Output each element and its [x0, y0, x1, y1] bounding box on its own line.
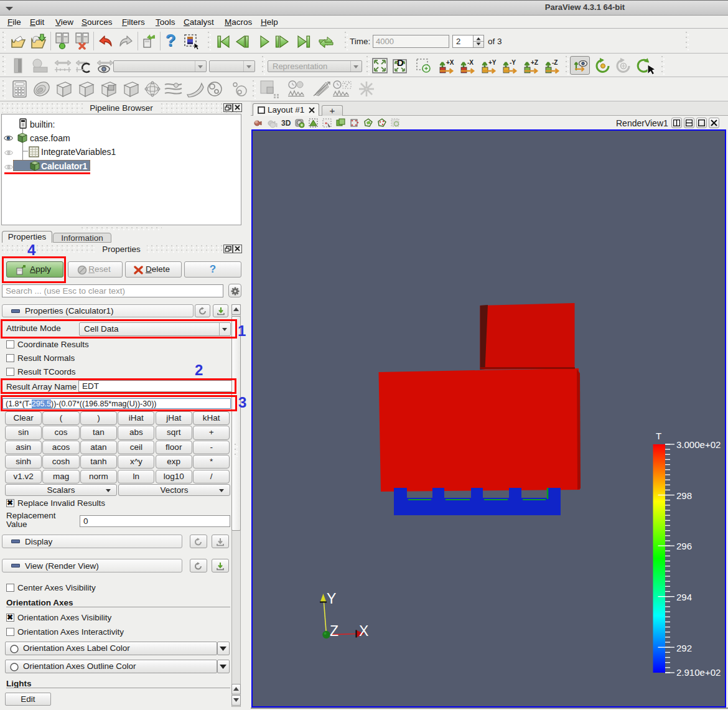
- svg-text:3D: 3D: [281, 119, 291, 128]
- svg-text:X: X: [359, 623, 368, 639]
- svg-text:+Y: +Y: [488, 59, 497, 66]
- svg-text:298: 298: [676, 490, 692, 501]
- svg-text:T: T: [656, 431, 661, 441]
- svg-text:292: 292: [676, 643, 692, 653]
- svg-text:+X: +X: [446, 59, 454, 66]
- svg-text:2.910e+02: 2.910e+02: [676, 667, 721, 678]
- svg-text:-Z: -Z: [552, 59, 558, 66]
- svg-text:3.000e+02: 3.000e+02: [676, 439, 721, 450]
- svg-text:-X: -X: [467, 59, 474, 66]
- svg-text:D: D: [397, 57, 404, 68]
- svg-text:-Y: -Y: [510, 59, 516, 66]
- svg-text:296: 296: [676, 541, 692, 551]
- svg-text:+Z: +Z: [531, 59, 538, 66]
- svg-text:294: 294: [676, 592, 692, 602]
- svg-text:Z: Z: [330, 623, 338, 639]
- svg-text:Y: Y: [327, 591, 336, 607]
